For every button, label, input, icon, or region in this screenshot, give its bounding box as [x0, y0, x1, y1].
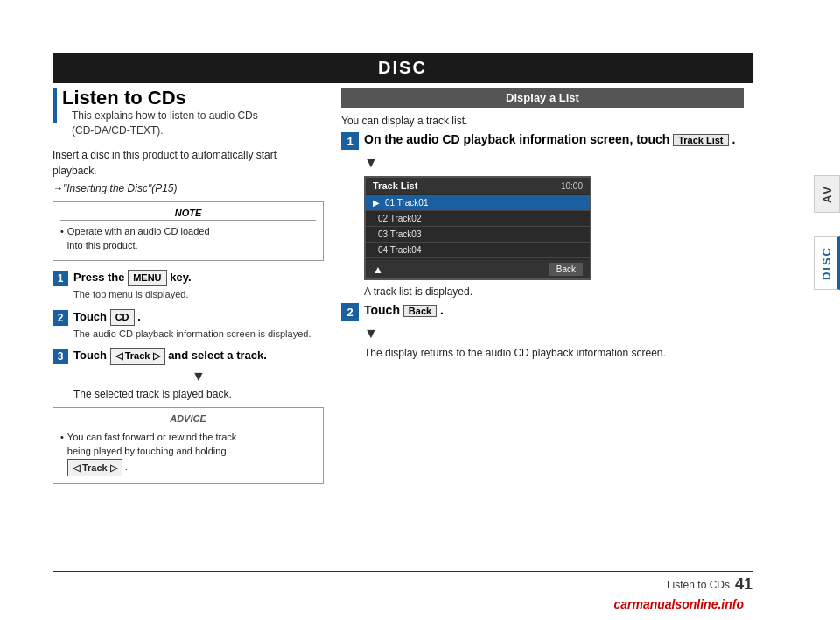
step3-content: Touch ◁ Track ▷ and select a track. ▼ Th… [74, 348, 324, 399]
track-arrow-1: ▶ [373, 198, 380, 208]
track-label-3: 03 Track03 [378, 229, 421, 239]
note-title: NOTE [60, 208, 316, 221]
bottom-bar: Listen to CDs 41 [52, 571, 752, 594]
step3-number: 3 [52, 349, 68, 364]
track-item-4[interactable]: 04 Track04 [366, 243, 590, 258]
disc-title: DISC [378, 58, 427, 77]
track-label-1: 01 Track01 [385, 198, 428, 208]
advice-box: ADVICE • You can fast forward or rewind … [52, 407, 324, 485]
track-list-btn[interactable]: Track List [673, 134, 728, 146]
step2-main: Touch CD . [74, 309, 324, 326]
advice-title: ADVICE [60, 413, 316, 426]
step2-return-text: The display returns to the audio CD play… [364, 345, 744, 361]
sidebar-av: AV [814, 175, 840, 213]
track-item-3[interactable]: 03 Track03 [366, 227, 590, 243]
step1-sub: The top menu is displayed. [74, 288, 324, 301]
right-column: Display a List You can display a track l… [341, 88, 744, 364]
back-btn-screen[interactable]: Back [550, 263, 583, 276]
section-subtitle1: This explains how to listen to audio CDs… [72, 109, 258, 138]
listen-to-cds-section: Listen to CDs This explains how to liste… [52, 88, 324, 142]
page-number: 41 [735, 575, 752, 594]
display-list-header: Display a List [341, 88, 744, 108]
right-step1-number: 1 [341, 132, 359, 150]
step1-main: Press the MENU key. [74, 270, 324, 286]
section-title-bar [52, 88, 57, 123]
advice-bullet: • You can fast forward or rewind the tra… [60, 430, 316, 477]
back-btn[interactable]: Back [403, 305, 437, 317]
page-label: Listen to CDs [667, 579, 730, 591]
disc-header: DISC [52, 53, 752, 83]
advice-track-btn[interactable]: ◁ Track ▷ [67, 459, 122, 477]
screen-time: 10:00 [561, 181, 583, 191]
step1-content: Press the MENU key. The top menu is disp… [74, 270, 324, 302]
arrow-ref: →"Inserting the Disc"(P15) [52, 182, 324, 194]
advice-text: You can fast forward or rewind the track… [67, 430, 236, 477]
step3-main: Touch ◁ Track ▷ and select a track. [74, 348, 324, 364]
track-list-items: ▶ 01 Track01 02 Track02 03 Track03 04 Tr… [366, 194, 590, 260]
track-item-1[interactable]: ▶ 01 Track01 [366, 195, 590, 211]
down-arrow-right2: ▼ [364, 326, 744, 342]
track-item-2[interactable]: 02 Track02 [366, 211, 590, 227]
left-column: Listen to CDs This explains how to liste… [52, 88, 324, 484]
step1: 1 Press the MENU key. The top menu is di… [52, 270, 324, 302]
section-title-text: Listen to CDs This explains how to liste… [62, 88, 258, 142]
right-step2-number: 2 [341, 303, 359, 321]
step1-number: 1 [52, 271, 68, 286]
note-box: NOTE • Operate with an audio CD loaded i… [52, 201, 324, 261]
right-step1: 1 On the audio CD playback information s… [341, 132, 744, 150]
section-heading: Listen to CDs [62, 88, 258, 109]
cd-key-btn[interactable]: CD [110, 309, 135, 326]
you-can-text: You can display a track list. [341, 115, 744, 127]
track-label-4: 04 Track04 [378, 245, 421, 255]
step2-content: Touch CD . The audio CD playback informa… [74, 309, 324, 342]
right-step1-content: On the audio CD playback information scr… [364, 132, 735, 146]
menu-key-btn[interactable]: MENU [128, 270, 166, 286]
down-arrow-right1: ▼ [364, 155, 744, 171]
sidebar-disc-label: DISC [820, 246, 833, 280]
track-displayed-text: A track list is displayed. [364, 285, 744, 298]
track-label-2: 02 Track02 [378, 214, 421, 223]
screen-title: Track List [373, 180, 417, 191]
right-step2-content: Touch Back . [364, 303, 444, 317]
insert-disc-text: Insert a disc in this product to automat… [52, 147, 324, 179]
step2-number: 2 [52, 310, 68, 326]
step2-sub: The audio CD playback information screen… [74, 328, 324, 341]
sidebar-disc: DISC [814, 236, 840, 290]
track-btn[interactable]: ◁ Track ▷ [110, 348, 165, 364]
note-text: Operate with an audio CD loaded into thi… [67, 224, 210, 253]
step3-sub: The selected track is played back. [74, 388, 324, 400]
track-list-screen: Track List 10:00 ▶ 01 Track01 02 Track02… [364, 176, 592, 280]
sidebar-av-label: AV [821, 185, 834, 203]
watermark: carmanualsonline.info [613, 597, 744, 611]
down-arrow-step3: ▼ [74, 369, 324, 384]
note-content: • Operate with an audio CD loaded into t… [60, 224, 316, 253]
screen-footer: ▲ Back [366, 260, 590, 278]
advice-content: • You can fast forward or rewind the tra… [60, 430, 316, 477]
advice-bullet-dot: • [60, 430, 64, 477]
up-arrow-icon[interactable]: ▲ [373, 264, 383, 276]
bullet-dot: • [60, 224, 64, 253]
page-container: DISC Listen to CDs This explains how to … [0, 0, 840, 620]
note-bullet: • Operate with an audio CD loaded into t… [60, 224, 316, 253]
step3: 3 Touch ◁ Track ▷ and select a track. ▼ … [52, 348, 324, 399]
right-step2: 2 Touch Back . [341, 303, 744, 321]
screen-header: Track List 10:00 [366, 178, 590, 194]
step2: 2 Touch CD . The audio CD playback infor… [52, 309, 324, 342]
